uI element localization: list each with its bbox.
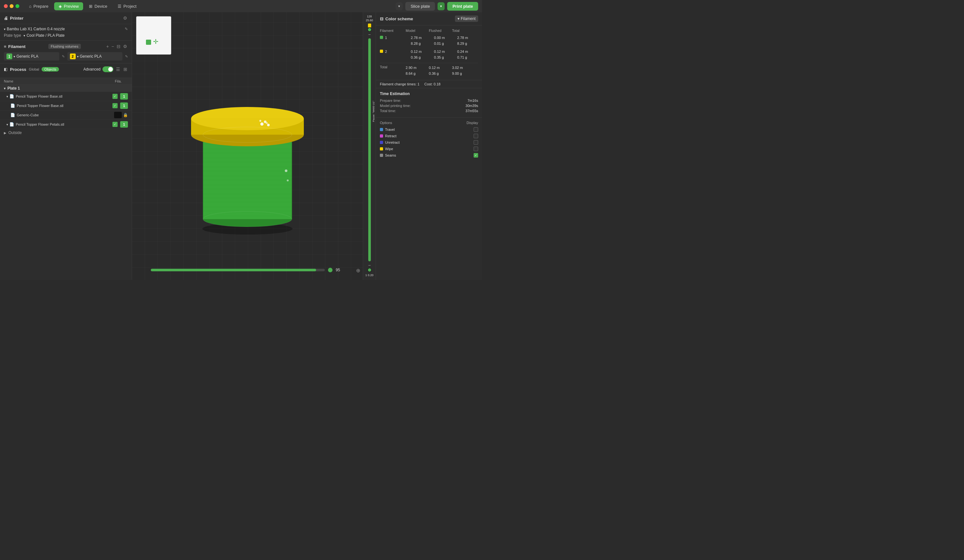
- slice-dropdown-arrow[interactable]: ▾: [396, 2, 403, 10]
- viewport[interactable]: ✛: [132, 12, 363, 280]
- progress-handle[interactable]: [328, 268, 332, 272]
- progress-track[interactable]: [151, 269, 325, 271]
- list-item[interactable]: ▾ 📄 Pencil Topper Flower Base.stl ✓ 1: [0, 92, 132, 101]
- print-dropdown-arrow[interactable]: ▾: [438, 2, 445, 10]
- mesh-icon: 📄: [10, 103, 15, 108]
- process-list-icon[interactable]: ☰: [116, 66, 121, 73]
- traffic-lights: [4, 4, 20, 8]
- travel-swatch: [380, 128, 383, 131]
- slider-bottom-minus[interactable]: −: [368, 263, 371, 268]
- tab-device[interactable]: ⊞ Device: [85, 2, 112, 10]
- obj-slot-1[interactable]: 1: [120, 93, 128, 99]
- expand-icon[interactable]: ⊟: [380, 16, 383, 21]
- top-right-actions: ▾ Slice plate ▾ Print plate: [396, 2, 478, 11]
- filament-grid-icon[interactable]: ⊟: [116, 43, 121, 50]
- obj-check-1[interactable]: ✓: [112, 94, 117, 99]
- plate-type-row: Plate type ▾ Cool Plate / PLA Plate: [4, 33, 128, 38]
- obj-slot-1a[interactable]: 1: [120, 103, 128, 109]
- table-header: Name Fila.: [0, 78, 132, 85]
- objects-tag[interactable]: Objects: [42, 67, 59, 72]
- tab-preview[interactable]: ◈ Preview: [54, 2, 83, 10]
- close-button[interactable]: [4, 4, 8, 8]
- total-model-m: 2.90 m: [405, 65, 429, 71]
- list-item[interactable]: 📄 Pencil Topper Flower Base.stl ✓ 1: [0, 101, 132, 111]
- obj-name-1a: Pencil Topper Flower Base.stl: [17, 104, 112, 107]
- layer-progress-bar: 95: [151, 268, 344, 272]
- maximize-button[interactable]: [15, 4, 20, 8]
- device-icon: ⊞: [89, 4, 93, 9]
- slot-1-chevron: ▾: [13, 55, 15, 58]
- slider-bottom-label: 1 0.20: [365, 273, 373, 277]
- filament-settings-button[interactable]: ⚙: [122, 43, 128, 50]
- slider-bottom-handle[interactable]: [367, 268, 372, 272]
- obj-check-petals[interactable]: ✓: [112, 122, 117, 127]
- unretract-checkbox[interactable]: [474, 140, 478, 145]
- slider-top-indicator: [368, 23, 371, 28]
- slider-green-track[interactable]: [368, 38, 371, 261]
- obj-slot-petals[interactable]: 1: [120, 121, 128, 128]
- flushing-volumes-button[interactable]: Flushing volumes: [48, 44, 81, 49]
- minimap-inner: ✛: [136, 16, 171, 54]
- tab-prepare[interactable]: ⌂ Prepare: [24, 2, 53, 10]
- slice-plate-button[interactable]: Slice plate: [405, 2, 435, 11]
- filament-change-val: 1: [418, 82, 420, 86]
- slider-track-area: − Pause: "M400 U1": [363, 32, 376, 261]
- filament-swatch-1: [380, 36, 383, 39]
- layers-icon[interactable]: ⊕: [356, 267, 360, 273]
- slider-top-label: 128 25.60: [363, 15, 376, 22]
- ft-flushed-2-m: 0.12 m: [434, 49, 457, 55]
- ft-flushed-1-m: 0.00 m: [434, 35, 457, 41]
- list-item[interactable]: 📄 Generic-Cube 🔒: [0, 111, 132, 120]
- filament-slot-1[interactable]: 1 ▾ Generic PLA: [4, 52, 59, 60]
- printer-name-value: Bambu Lab X1 Carbon 0.4 nozzle: [7, 27, 65, 31]
- obj-check-1a[interactable]: ✓: [112, 103, 117, 108]
- advanced-toggle[interactable]: [103, 67, 113, 72]
- slider-top-handle[interactable]: [367, 28, 372, 32]
- edit-slot-2-icon[interactable]: ✎: [125, 54, 128, 59]
- total-model-g: 8.64 g: [405, 71, 429, 77]
- total-time-val: 37m55s: [466, 109, 478, 113]
- tab-prepare-label: Prepare: [34, 4, 48, 9]
- slider-minus-icon[interactable]: −: [368, 32, 371, 37]
- remove-filament-button[interactable]: −: [111, 43, 115, 50]
- prepare-time-label: Prepare time:: [380, 99, 401, 103]
- vertical-layer-slider: 128 25.60 − Pause: "M400 U1" − 1 0.20: [363, 12, 376, 280]
- cube-icon: 📄: [10, 113, 15, 117]
- plate-group: ▾ Plate 1: [0, 85, 132, 92]
- outside-item[interactable]: ▶ Outside: [0, 129, 132, 136]
- obj-slot-cube[interactable]: [114, 112, 122, 118]
- petals-chevron-icon: ▾: [7, 123, 8, 126]
- print-plate-button[interactable]: Print plate: [447, 2, 478, 11]
- global-tag: Global: [29, 67, 39, 71]
- seams-swatch: [380, 154, 383, 157]
- wipe-left: Wipe: [380, 147, 393, 151]
- travel-checkbox[interactable]: [474, 127, 478, 132]
- add-filament-button[interactable]: +: [106, 43, 109, 50]
- retract-checkbox[interactable]: [474, 134, 478, 138]
- filament-slot-2[interactable]: 2 ▾ Generic PLA: [67, 52, 123, 60]
- process-settings-icon[interactable]: ⊞: [123, 66, 128, 73]
- plate-type-value[interactable]: ▾ Cool Plate / PLA Plate: [23, 33, 64, 38]
- ft-num-1: 1: [385, 35, 411, 41]
- color-scheme-dropdown[interactable]: ▾ Filament: [455, 15, 478, 22]
- print-label: Print plate: [453, 4, 473, 9]
- travel-option: Travel: [380, 127, 478, 132]
- filament-change-info: Filament change times: 1 Cost: 0.18: [376, 80, 482, 88]
- prepare-time-row: Prepare time: 7m16s: [380, 99, 478, 103]
- total-time-row: Total time: 37m55s: [380, 109, 478, 113]
- advanced-label: Advanced: [83, 67, 101, 72]
- color-scheme-header: ⊟ Color scheme ▾ Filament: [376, 12, 482, 26]
- nav-tabs: ⌂ Prepare ◈ Preview ⊞ Device ☰ Project: [24, 2, 393, 10]
- obj-name-petals: Pencil Topper Flower Petals.stl: [16, 122, 112, 126]
- prepare-time-val: 7m16s: [467, 99, 478, 103]
- minimize-button[interactable]: [10, 4, 13, 8]
- tab-project[interactable]: ☰ Project: [113, 2, 141, 10]
- printer-settings-button[interactable]: ⚙: [122, 15, 128, 21]
- printer-details: ▾ Bambu Lab X1 Carbon 0.4 nozzle ✎ Plate…: [0, 24, 132, 41]
- seams-checkbox[interactable]: ✓: [474, 153, 478, 158]
- wipe-checkbox[interactable]: [474, 147, 478, 151]
- edit-slot-1-icon[interactable]: ✎: [62, 54, 65, 59]
- plate-label: Plate 1: [7, 86, 20, 91]
- edit-printer-icon[interactable]: ✎: [125, 27, 128, 31]
- list-item[interactable]: ▾ 📄 Pencil Topper Flower Petals.stl ✓ 1: [0, 120, 132, 129]
